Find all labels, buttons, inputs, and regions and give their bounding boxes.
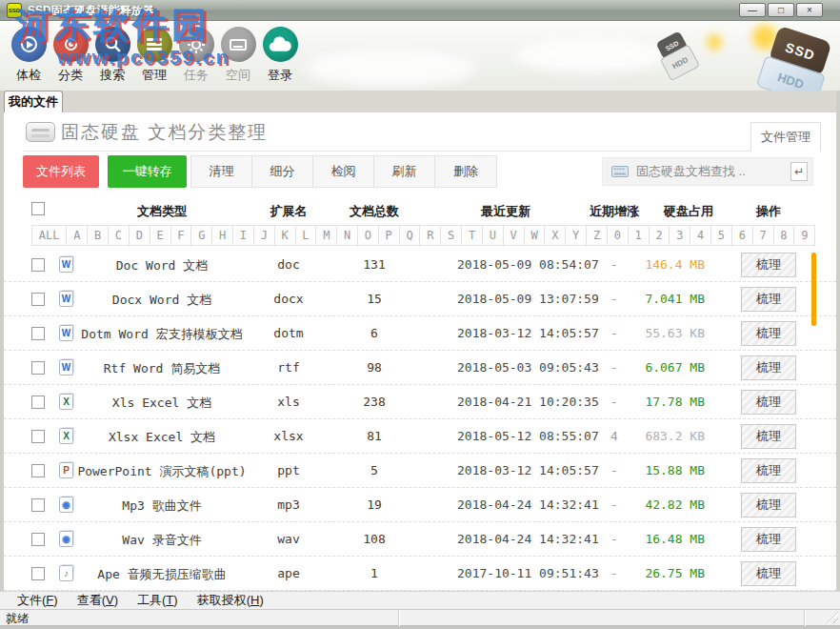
close-button[interactable]: ×: [796, 3, 823, 17]
alpha-filter-a[interactable]: A: [67, 226, 88, 245]
alpha-filter-k[interactable]: K: [275, 226, 296, 245]
toolbar-item-login-cloud[interactable]: 登录: [259, 27, 301, 84]
doc-type-cell: Xlsx Excel 文档: [76, 429, 248, 446]
organize-button[interactable]: 梳理: [741, 287, 796, 312]
alpha-filter-f[interactable]: F: [171, 226, 192, 245]
alpha-filter-h[interactable]: H: [212, 226, 233, 245]
alpha-filter-o[interactable]: O: [358, 226, 379, 245]
col-doc-type[interactable]: 文档类型: [76, 203, 248, 220]
alpha-filter-8[interactable]: 8: [774, 226, 795, 245]
alpha-filter-5[interactable]: 5: [711, 226, 732, 245]
organize-button[interactable]: 梳理: [741, 355, 796, 380]
row-checkbox[interactable]: [31, 258, 45, 272]
alpha-filter-0[interactable]: 0: [608, 226, 629, 245]
alpha-filter-1[interactable]: 1: [629, 226, 650, 245]
row-checkbox[interactable]: [31, 327, 45, 340]
alpha-filter-c[interactable]: C: [109, 226, 130, 245]
search-icon[interactable]: [95, 27, 130, 62]
tool-button-4[interactable]: 删除: [435, 156, 496, 187]
row-checkbox[interactable]: [31, 498, 45, 512]
organize-button[interactable]: 梳理: [741, 458, 796, 483]
alpha-filter-n[interactable]: N: [337, 226, 358, 245]
alpha-filter-t[interactable]: T: [462, 226, 483, 245]
tool-button-2[interactable]: 检阅: [313, 156, 374, 187]
tab-my-files[interactable]: 我的文件: [4, 91, 63, 112]
organize-button[interactable]: 梳理: [741, 390, 796, 415]
alpha-filter-9[interactable]: 9: [794, 226, 814, 245]
alpha-filter-2[interactable]: 2: [650, 226, 670, 245]
alpha-filter-x[interactable]: X: [545, 226, 566, 245]
title-bar[interactable]: SSD SSD固态硬盘潜能释放器 — □ ×: [0, 0, 840, 21]
alpha-filter-d[interactable]: D: [130, 226, 150, 245]
col-recent-growth[interactable]: 近期增涨: [576, 203, 652, 220]
col-last-update[interactable]: 最近更新: [434, 203, 577, 220]
row-checkbox[interactable]: [31, 361, 45, 375]
alpha-filter-all[interactable]: ALL: [32, 226, 67, 245]
tool-button-3[interactable]: 刷新: [374, 156, 435, 187]
vertical-scrollbar[interactable]: [811, 253, 816, 326]
file-manage-tab[interactable]: 文件管理: [750, 122, 821, 152]
alpha-filter-i[interactable]: I: [233, 226, 254, 245]
alpha-filter-l[interactable]: L: [296, 226, 317, 245]
disk-usage-cell: 55.63 KB: [619, 326, 705, 340]
menu-item-t[interactable]: 工具(T): [128, 591, 188, 610]
row-checkbox[interactable]: [31, 464, 45, 477]
alpha-filter-g[interactable]: G: [191, 226, 212, 245]
organize-button[interactable]: 梳理: [741, 527, 796, 552]
alpha-filter-q[interactable]: Q: [400, 226, 421, 245]
doc-count-cell: 238: [346, 395, 403, 409]
col-disk-usage[interactable]: 硬盘占用: [650, 203, 727, 220]
row-checkbox[interactable]: [31, 396, 45, 409]
row-checkbox[interactable]: [31, 430, 45, 443]
alpha-filter-m[interactable]: M: [316, 226, 337, 245]
alpha-filter-w[interactable]: W: [525, 226, 546, 245]
alpha-filter-y[interactable]: Y: [566, 226, 587, 245]
organize-button[interactable]: 梳理: [741, 424, 796, 449]
resize-grip[interactable]: [827, 612, 838, 623]
health-check-icon[interactable]: [11, 27, 47, 62]
row-checkbox[interactable]: [31, 533, 45, 546]
organize-button[interactable]: 梳理: [741, 561, 796, 586]
search-go-icon[interactable]: ↵: [790, 162, 808, 181]
organize-button[interactable]: 梳理: [741, 321, 796, 346]
alpha-filter-v[interactable]: V: [504, 226, 525, 245]
organize-button[interactable]: 梳理: [741, 253, 796, 277]
alpha-filter-s[interactable]: S: [441, 226, 462, 245]
manage-list-icon[interactable]: [137, 27, 172, 62]
file-list-button[interactable]: 文件列表: [23, 155, 99, 188]
alpha-filter-4[interactable]: 4: [690, 226, 711, 245]
category-pin-icon[interactable]: [53, 27, 89, 62]
alpha-filter-3[interactable]: 3: [670, 226, 690, 245]
maximize-button[interactable]: □: [768, 3, 794, 17]
col-extension[interactable]: 扩展名: [260, 203, 317, 220]
select-all-checkbox[interactable]: [31, 202, 45, 215]
alpha-filter-z[interactable]: Z: [587, 226, 608, 245]
alpha-filter-p[interactable]: P: [379, 226, 400, 245]
login-cloud-icon[interactable]: [263, 27, 298, 62]
menu-item-v[interactable]: 查看(V): [68, 591, 128, 610]
minimize-button[interactable]: —: [739, 3, 766, 17]
toolbar-item-manage-list[interactable]: 管理: [133, 27, 175, 84]
row-checkbox[interactable]: [31, 567, 45, 580]
tool-button-0[interactable]: 清理: [191, 156, 252, 187]
alpha-filter-e[interactable]: E: [150, 226, 171, 245]
menu-item-h[interactable]: 获取授权(H): [188, 591, 273, 610]
alpha-filter-r[interactable]: R: [420, 226, 441, 245]
table-row: X Xlsx Excel 文档 xlsx 81 2018-05-12 08:55…: [4, 419, 836, 454]
alpha-filter-u[interactable]: U: [483, 226, 504, 245]
row-checkbox[interactable]: [31, 293, 45, 306]
alpha-filter-b[interactable]: B: [88, 226, 109, 245]
excel-doc-icon: X: [59, 428, 73, 444]
col-doc-count[interactable]: 文档总数: [336, 203, 412, 220]
search-input[interactable]: 固态硬盘文档查找 .. ↵: [602, 157, 813, 186]
organize-button[interactable]: 梳理: [741, 493, 796, 517]
alpha-filter-j[interactable]: J: [254, 226, 275, 245]
toolbar-item-health-check[interactable]: 体检: [8, 27, 50, 84]
toolbar-item-category-pin[interactable]: 分类: [50, 27, 91, 84]
alpha-filter-7[interactable]: 7: [753, 226, 774, 245]
menu-item-f[interactable]: 文件(F): [8, 591, 68, 610]
toolbar-item-search[interactable]: 搜索: [91, 27, 133, 84]
one-key-transfer-button[interactable]: 一键转存: [108, 155, 187, 188]
tool-button-1[interactable]: 细分: [252, 156, 313, 187]
alpha-filter-6[interactable]: 6: [732, 226, 753, 245]
